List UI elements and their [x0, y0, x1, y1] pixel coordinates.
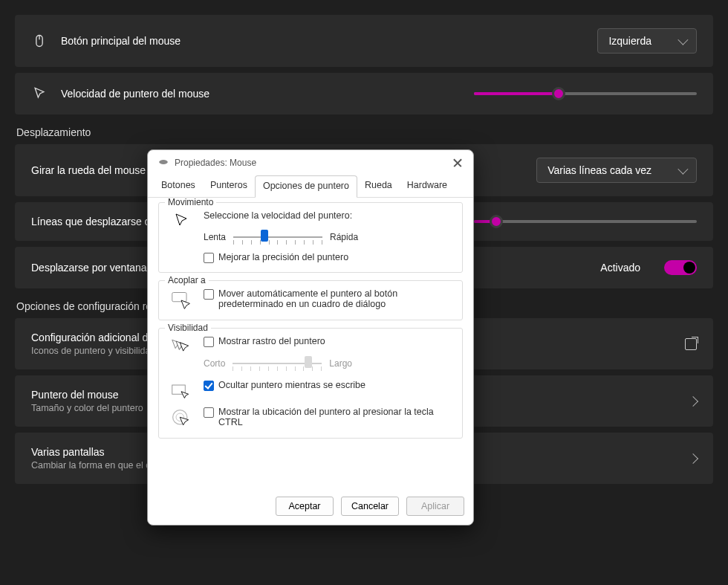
- checkbox-enhance-precision[interactable]: Mejorar la precisión del puntero: [204, 252, 453, 263]
- checkbox-box[interactable]: [204, 253, 214, 263]
- tab-buttons[interactable]: Botones: [154, 175, 203, 197]
- slider-lines[interactable]: [474, 220, 697, 223]
- checkbox-box[interactable]: [204, 381, 214, 391]
- checkbox-hide-typing[interactable]: Ocultar puntero mientras se escribe: [204, 380, 453, 391]
- group-visibility-title: Visibilidad: [165, 323, 211, 333]
- cursor-icon: [31, 86, 48, 101]
- hide-while-typing-icon: [168, 380, 195, 399]
- row-speed-label: Velocidad de puntero del mouse: [61, 88, 461, 100]
- locate-ctrl-icon: [168, 407, 195, 429]
- slider-pointer-speed-win[interactable]: [233, 228, 322, 246]
- tab-wheel[interactable]: Rueda: [357, 175, 400, 197]
- checkbox-snap-to[interactable]: Mover automáticamente el puntero al botó…: [204, 288, 453, 309]
- tab-hardware[interactable]: Hardware: [400, 175, 455, 197]
- checkbox-show-trail[interactable]: Mostrar rastro del puntero: [204, 336, 453, 347]
- slider-trail-length: [233, 355, 322, 372]
- mouse-icon: [31, 33, 48, 48]
- row-primary-label: Botón principal del mouse: [61, 35, 584, 47]
- group-visibility: Visibilidad Mostrar rastro del puntero C…: [158, 328, 463, 439]
- checkbox-box[interactable]: [204, 337, 214, 347]
- snap-to-icon: [168, 288, 195, 311]
- slider-fill: [474, 92, 559, 95]
- toggle-inactive-scroll[interactable]: [664, 260, 697, 275]
- cancel-button[interactable]: Cancelar: [341, 497, 399, 516]
- dropdown-wheel[interactable]: Varias líneas cada vez: [536, 158, 697, 183]
- slider-pointer-speed[interactable]: [474, 92, 697, 95]
- tab-pointer-options[interactable]: Opciones de puntero: [255, 175, 357, 198]
- close-button[interactable]: [452, 158, 463, 168]
- checkbox-box[interactable]: [204, 407, 214, 418]
- checkbox-show-ctrl[interactable]: Mostrar la ubicación del puntero al pres…: [204, 407, 453, 427]
- ok-button[interactable]: Aceptar: [276, 497, 334, 516]
- group-snap-to: Acoplar a Mover automáticamente el punte…: [158, 280, 463, 320]
- pointer-trail-icon: [168, 336, 195, 355]
- slider-thumb[interactable]: [552, 87, 565, 100]
- dialog-titlebar[interactable]: Propiedades: Mouse: [148, 150, 473, 171]
- checkbox-box[interactable]: [204, 289, 214, 300]
- chevron-down-icon: [677, 164, 688, 175]
- slider-thumb[interactable]: [261, 230, 268, 242]
- apply-button[interactable]: Aplicar: [406, 497, 464, 516]
- mouse-properties-dialog: Propiedades: Mouse Botones Punteros Opci…: [147, 149, 474, 526]
- speed-label: Seleccione la velocidad del puntero:: [204, 210, 453, 221]
- group-snap-title: Acoplar a: [165, 275, 209, 285]
- dialog-tabs: Botones Punteros Opciones de puntero Rue…: [148, 171, 473, 198]
- tab-pointers[interactable]: Punteros: [203, 175, 255, 197]
- slider-thumb[interactable]: [490, 215, 503, 228]
- speed-fast-label: Rápida: [330, 232, 358, 242]
- chevron-right-icon: [688, 395, 698, 406]
- dropdown-primary-button[interactable]: Izquierda: [597, 28, 697, 54]
- group-motion-title: Movimiento: [165, 198, 216, 207]
- svg-point-2: [159, 160, 168, 164]
- group-motion: Movimiento Seleccione la velocidad del p…: [158, 202, 463, 273]
- dialog-title: Propiedades: Mouse: [175, 158, 256, 168]
- dialog-body: Movimiento Seleccione la velocidad del p…: [148, 198, 473, 491]
- chevron-down-icon: [677, 35, 688, 45]
- trail-short-label: Corto: [204, 358, 225, 369]
- chevron-right-icon: [688, 453, 698, 463]
- section-scroll: Desplazamiento: [16, 126, 713, 138]
- dialog-footer: Aceptar Cancelar Aplicar: [148, 491, 473, 525]
- cursor-icon: [168, 210, 195, 230]
- trail-long-label: Largo: [329, 358, 352, 369]
- row-primary-button[interactable]: Botón principal del mouse Izquierda: [15, 15, 713, 67]
- svg-rect-3: [172, 293, 186, 302]
- speed-slow-label: Lenta: [204, 232, 226, 242]
- row-pointer-speed[interactable]: Velocidad de puntero del mouse: [15, 73, 713, 114]
- toggle-status-text: Activado: [600, 262, 640, 274]
- mouse-icon: [158, 158, 169, 168]
- open-external-icon: [685, 338, 697, 350]
